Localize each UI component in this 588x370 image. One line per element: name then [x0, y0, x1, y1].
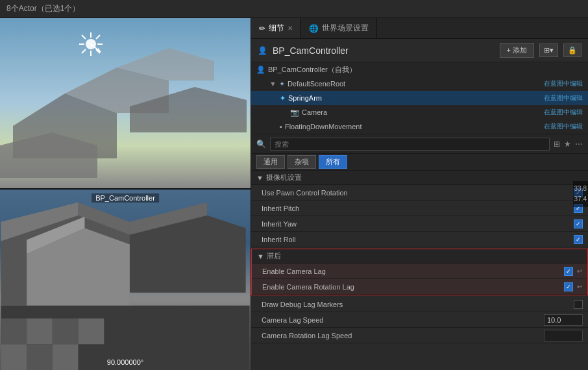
- camera-icon: 📷: [290, 108, 299, 117]
- tree-item-defaultsceneroot[interactable]: ▼ ✦ DefaultSceneRoot 在蓝图中编辑: [251, 77, 588, 91]
- svg-rect-27: [79, 319, 104, 345]
- prop-camera-lag-speed[interactable]: Camera Lag Speed: [251, 312, 588, 328]
- floating-icon: ▪: [280, 123, 282, 130]
- filter-bar: 通用 杂项 所有: [251, 154, 588, 171]
- checkbox-inherit-yaw[interactable]: ✓: [574, 219, 583, 228]
- component-icon: 👤: [258, 46, 267, 55]
- springarm-icon: ✦: [280, 94, 286, 103]
- reset-camera-lag[interactable]: ↩: [577, 267, 582, 275]
- bottom-viewport-geometry: [0, 190, 251, 370]
- checkbox-enable-camera-rotation-lag[interactable]: ✓: [564, 282, 573, 291]
- add-button[interactable]: + 添加: [500, 43, 534, 58]
- tree-item-springarm[interactable]: ✦ SpringArm 在蓝图中编辑: [251, 91, 588, 105]
- checkbox-enable-camera-lag[interactable]: ✓: [564, 267, 573, 276]
- actor-count-bar: 8个Actor（已选1个）: [0, 0, 588, 18]
- scene-root-icon: ✦: [279, 80, 285, 88]
- reset-camera-rotation-lag[interactable]: ↩: [577, 283, 582, 290]
- edit-link-defaultsceneroot[interactable]: 在蓝图中编辑: [544, 79, 583, 88]
- dots-icon[interactable]: ⋯: [575, 140, 583, 149]
- component-header: 👤 BP_CamController + 添加 ⊞▾ 🔒: [251, 39, 588, 62]
- edit-link-camera[interactable]: 在蓝图中编辑: [544, 108, 583, 117]
- prop-enable-camera-lag[interactable]: Enable Camera Lag ✓ ↩: [252, 264, 587, 279]
- section-camera-settings[interactable]: ▼ 摄像机设置: [251, 171, 588, 185]
- grid-icon[interactable]: ⊞: [554, 140, 560, 149]
- svg-rect-26: [53, 319, 79, 345]
- collapse-icon: ▼: [256, 174, 263, 182]
- tree-item-camera[interactable]: 📷 Camera 在蓝图中编辑: [251, 105, 588, 119]
- viewport-area[interactable]: BP_CamController 90.000000°: [0, 18, 251, 370]
- side-stats: 33.8 37.4: [573, 181, 588, 207]
- svg-rect-24: [1, 319, 27, 345]
- prop-inherit-pitch[interactable]: Inherit Pitch ✓: [251, 201, 588, 216]
- component-title: BP_CamController: [273, 45, 495, 56]
- search-input[interactable]: [270, 138, 550, 151]
- fps-stat-2: 37.4: [574, 194, 587, 204]
- view-options-button[interactable]: ⊞▾: [539, 43, 558, 57]
- viewport-bottom[interactable]: BP_CamController 90.000000°: [0, 188, 251, 370]
- checkbox-draw-debug-lag[interactable]: [574, 300, 583, 309]
- pencil-icon: ✏: [259, 24, 265, 33]
- filter-misc[interactable]: 杂项: [288, 155, 316, 169]
- lock-button[interactable]: 🔒: [563, 43, 582, 57]
- properties-content[interactable]: ▼ 摄像机设置 Use Pawn Control Rotation ✓ Inhe…: [251, 171, 588, 370]
- svg-rect-28: [1, 344, 27, 370]
- edit-link-springarm[interactable]: 在蓝图中编辑: [544, 93, 583, 103]
- search-bar: 🔍 ⊞ ★ ⋯: [251, 134, 588, 154]
- geometry-shapes: [0, 18, 251, 188]
- prop-use-pawn-control-rotation[interactable]: Use Pawn Control Rotation ✓: [251, 185, 588, 201]
- svg-rect-29: [27, 344, 53, 370]
- tree-root[interactable]: 👤 BP_CamController（自我）: [251, 62, 588, 77]
- prop-enable-camera-rotation-lag[interactable]: Enable Camera Rotation Lag ✓ ↩: [252, 279, 587, 295]
- lag-collapse-icon: ▼: [257, 253, 264, 260]
- tab-world-settings[interactable]: 🌐 世界场景设置: [301, 18, 377, 38]
- prop-camera-rotation-lag-speed[interactable]: Camera Rotation Lag Speed: [251, 328, 588, 343]
- filter-common[interactable]: 通用: [256, 155, 285, 169]
- prop-inherit-yaw[interactable]: Inherit Yaw ✓: [251, 216, 588, 232]
- input-camera-lag-speed[interactable]: [544, 314, 583, 326]
- expand-icon: ▼: [269, 80, 276, 88]
- component-icon-sm: 👤: [256, 66, 265, 74]
- prop-inherit-roll[interactable]: Inherit Roll ✓: [251, 232, 588, 247]
- filter-all[interactable]: 所有: [319, 155, 347, 169]
- section-lag[interactable]: ▼ 滞后: [252, 249, 587, 264]
- viewport-top[interactable]: [0, 18, 251, 188]
- svg-rect-30: [53, 344, 79, 370]
- viewport-bottom-label: BP_CamController: [92, 193, 159, 203]
- actor-count-label: 8个Actor（已选1个）: [6, 3, 80, 14]
- viewport-bottom-value: 90.000000°: [107, 358, 143, 366]
- tab-close-icon[interactable]: ✕: [288, 25, 293, 32]
- tree-item-floating[interactable]: ▪ FloatingDownMovement 在蓝图中编辑: [251, 119, 588, 134]
- tab-bar: ✏ 细节 ✕ 🌐 世界场景设置: [251, 18, 588, 39]
- globe-icon: 🌐: [309, 24, 319, 33]
- star-icon[interactable]: ★: [564, 140, 571, 149]
- checkbox-inherit-roll[interactable]: ✓: [574, 235, 583, 244]
- tab-details[interactable]: ✏ 细节 ✕: [251, 18, 301, 38]
- edit-link-floating[interactable]: 在蓝图中编辑: [544, 122, 583, 131]
- fps-stat-1: 33.8: [574, 184, 587, 194]
- prop-draw-debug-lag[interactable]: Draw Debug Lag Markers: [251, 297, 588, 312]
- component-tree: 👤 BP_CamController（自我） ▼ ✦ DefaultSceneR…: [251, 62, 588, 134]
- svg-rect-25: [27, 319, 53, 345]
- search-icon: 🔍: [256, 140, 266, 149]
- input-camera-rotation-lag-speed[interactable]: [544, 330, 583, 341]
- properties-panel: ✏ 细节 ✕ 🌐 世界场景设置 👤 BP_CamController + 添加 …: [251, 18, 588, 370]
